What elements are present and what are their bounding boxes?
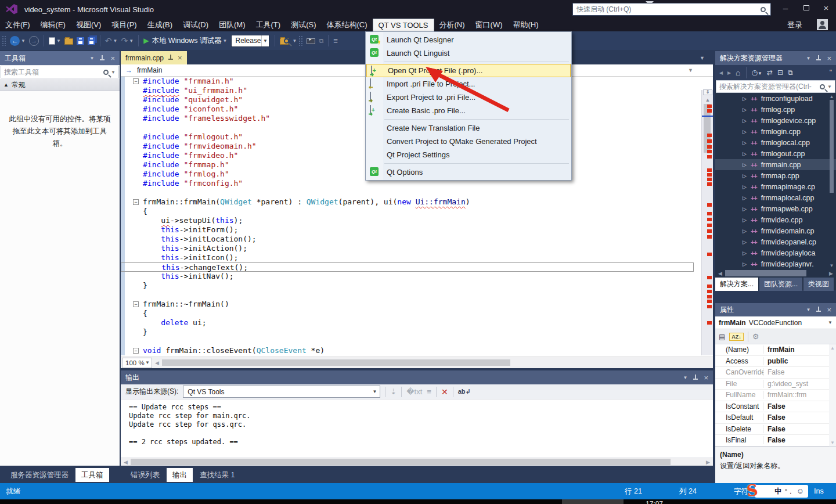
menu-c[interactable]: 体系结构(C): [321, 19, 372, 31]
code-line-21[interactable]: this->changeText();: [121, 262, 694, 272]
property-value[interactable]: False: [764, 402, 816, 411]
toolbox-search-input[interactable]: [4, 68, 101, 76]
expand-triangle-icon[interactable]: ▷: [743, 173, 747, 179]
new-file-button[interactable]: ▼: [49, 37, 61, 45]
property-value[interactable]: frmMain::frm: [764, 391, 816, 399]
splitter-handle[interactable]: ⇕: [703, 89, 712, 95]
properties-object-combo[interactable]: frmMain VCCodeFunction ▼: [715, 316, 836, 329]
save-button[interactable]: [77, 37, 84, 45]
menu-b[interactable]: 生成(B): [142, 19, 178, 31]
code-line-18[interactable]: this->initLocation();: [121, 235, 713, 244]
code-line-26[interactable]: {: [121, 309, 713, 318]
pin-icon[interactable]: [99, 55, 105, 62]
navigate-forward-button[interactable]: →: [29, 36, 39, 46]
pin-icon[interactable]: [693, 375, 698, 381]
menu-m[interactable]: 团队(M): [214, 19, 251, 31]
tab-类视图[interactable]: 类视图: [803, 278, 834, 291]
ime-mode-chinese[interactable]: 中: [774, 487, 782, 496]
menu-p[interactable]: 项目(P): [106, 19, 142, 31]
hscroll-right-icon[interactable]: ▶: [826, 271, 836, 276]
file-frmmaplocal-cpp[interactable]: ▷++frmmaplocal.cpp: [715, 192, 836, 203]
properties-icon[interactable]: ⧉: [788, 69, 793, 77]
file-frmvideoplayloca[interactable]: ▷++frmvideoplayloca: [715, 247, 836, 258]
expand-triangle-icon[interactable]: ▷: [743, 162, 747, 168]
expand-triangle-icon[interactable]: ▷: [743, 107, 747, 113]
expand-triangle-icon[interactable]: ▷: [743, 140, 747, 146]
property-row-isfinal[interactable]: IsFinalFalse: [715, 435, 836, 447]
properties-vscrollbar[interactable]: ▲ ▼: [829, 344, 836, 447]
close-icon[interactable]: ×: [110, 55, 115, 62]
expand-triangle-icon[interactable]: ▷: [743, 228, 747, 234]
expand-triangle-icon[interactable]: ▷: [743, 195, 747, 201]
clear-all-icon[interactable]: ✕: [441, 387, 448, 397]
solution-search-box[interactable]: ▼: [716, 80, 835, 93]
menu-s[interactable]: 测试(S): [286, 19, 321, 31]
properties-grid[interactable]: (Name)frmMainAccesspublicCanOverrideFals…: [715, 344, 836, 447]
solution-vscrollbar[interactable]: ▲ ▼: [828, 93, 835, 269]
breadcrumb-dropdown-icon[interactable]: ▼: [688, 67, 693, 73]
scroll-up-icon[interactable]: ▲: [828, 94, 835, 99]
breadcrumb-member[interactable]: frmMain: [137, 66, 162, 74]
minimize-button[interactable]: –: [776, 0, 795, 15]
code-line-29[interactable]: [121, 337, 713, 346]
pin-icon[interactable]: [816, 307, 821, 313]
pending-changes-icon[interactable]: ◷▼: [752, 69, 762, 77]
property-value[interactable]: False: [764, 413, 816, 422]
output-text[interactable]: == Update rcc steps ==Update rcc step fo…: [121, 399, 713, 447]
property-pages-icon[interactable]: ⚙: [752, 332, 759, 341]
toolbar-overflow-icon[interactable]: ": [830, 69, 832, 77]
solution-file-tree[interactable]: ▲ ▼ ▷++frmconfigupload▷++frmlog.cpp▷++fr…: [715, 93, 836, 269]
code-line-15[interactable]: {: [121, 207, 713, 216]
toolbar-grip[interactable]: [2, 35, 6, 46]
collapse-all-icon[interactable]: ⊟: [777, 69, 783, 77]
restore-button[interactable]: [797, 0, 816, 15]
document-tab-frmmain[interactable]: frmmain.cpp ×: [121, 51, 187, 64]
file-frmvideo-cpp[interactable]: ▷++frmvideo.cpp: [715, 214, 836, 225]
hscroll-thumb[interactable]: [725, 270, 806, 276]
expand-triangle-icon[interactable]: ▷: [743, 96, 747, 102]
qt-menu-item-qt-project-settings[interactable]: Qt Project Settings: [366, 148, 571, 161]
property-value[interactable]: False: [764, 436, 816, 444]
code-line-16[interactable]: ui->setupUi(this);: [121, 216, 713, 225]
scroll-down-icon[interactable]: ▼: [829, 440, 836, 445]
fold-collapse-icon[interactable]: −: [133, 348, 139, 354]
menu-n[interactable]: 分析(N): [434, 19, 470, 31]
code-line-13[interactable]: [121, 188, 713, 197]
property-row-isconstant[interactable]: IsConstantFalse: [715, 401, 836, 413]
pin-icon[interactable]: [816, 55, 821, 62]
qt-menu-item-qt-options[interactable]: QtQt Options: [366, 165, 571, 179]
solution-search-input[interactable]: [719, 82, 817, 91]
toolbox-search-box[interactable]: ▼: [1, 66, 119, 78]
home-icon[interactable]: ⌂: [736, 68, 740, 77]
code-line-17[interactable]: this->initForm();: [121, 225, 713, 235]
file-frmlog-cpp[interactable]: ▷++frmlog.cpp: [715, 104, 836, 115]
property-value[interactable]: False: [764, 425, 816, 433]
expand-triangle-icon[interactable]: ▷: [743, 239, 747, 245]
menu-f[interactable]: 文件(F): [0, 19, 35, 31]
redo-button[interactable]: ↷▼: [121, 36, 134, 45]
find-in-files-button[interactable]: [280, 37, 289, 45]
window-position-icon[interactable]: ▼: [683, 375, 687, 380]
file-frmlogout-cpp[interactable]: ▷++frmlogout.cpp: [715, 148, 836, 159]
code-line-25[interactable]: −frmMain::~frmMain(): [121, 300, 713, 309]
zoom-level-combo[interactable]: 100 %▼: [122, 358, 152, 368]
property-row-file[interactable]: Fileg:\video_syst: [715, 379, 836, 390]
file-frmlogdevice-cpp[interactable]: ▷++frmlogdevice.cpp: [715, 115, 836, 126]
code-line-28[interactable]: }: [121, 327, 713, 337]
expand-triangle-icon[interactable]: ▷: [743, 261, 747, 267]
property-row-fullname[interactable]: FullNamefrmMain::frm: [715, 390, 836, 401]
qt-menu-item-launch-qt-linguist[interactable]: QtLaunch Qt Linguist: [366, 46, 571, 60]
sogou-ime-icon[interactable]: S: [745, 481, 759, 500]
hscroll-thumb[interactable]: [162, 359, 510, 366]
menu-w[interactable]: 窗口(W): [470, 19, 508, 31]
fold-collapse-icon[interactable]: −: [133, 199, 139, 205]
qt-menu-item-convert-project-to-qmake-generated-project[interactable]: Convert Project to QMake Generated Proje…: [366, 135, 571, 148]
property-row-canoverride[interactable]: CanOverrideFalse: [715, 367, 836, 379]
property-value[interactable]: False: [764, 368, 816, 376]
hscroll-left-icon[interactable]: ◀: [715, 271, 725, 276]
code-line-20[interactable]: this->initIcon();: [121, 253, 713, 262]
menu-t[interactable]: 工具(T): [251, 19, 286, 31]
menu-e[interactable]: 编辑(E): [35, 19, 71, 31]
tab-overflow-icon[interactable]: ▼: [700, 55, 705, 61]
close-button[interactable]: ×: [816, 0, 836, 15]
